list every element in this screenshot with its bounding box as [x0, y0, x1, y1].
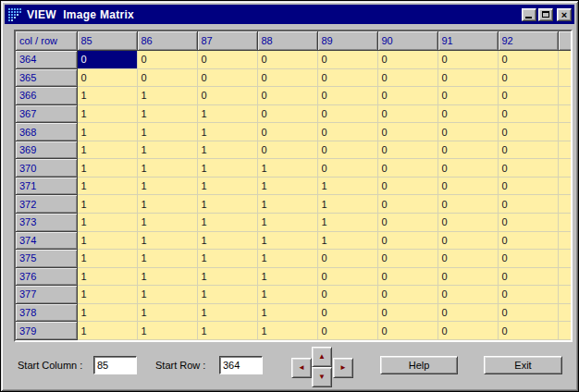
matrix-cell[interactable]: 1 [137, 214, 197, 232]
matrix-cell[interactable]: 1 [197, 286, 257, 304]
matrix-cell[interactable]: 0 [437, 68, 498, 87]
matrix-cell[interactable]: 1 [77, 123, 137, 141]
matrix-cell[interactable]: 1 [197, 104, 257, 123]
matrix-cell[interactable]: 1 [137, 231, 197, 250]
matrix-cell[interactable]: 1 [137, 195, 197, 214]
matrix-cell[interactable]: 1 [137, 177, 197, 195]
matrix-cell[interactable]: 1 [137, 87, 197, 105]
matrix-cell[interactable]: 0 [377, 214, 437, 232]
matrix-cell[interactable]: 1 [77, 303, 137, 322]
matrix-cell[interactable]: 0 [317, 123, 377, 141]
matrix-cell[interactable]: 1 [197, 231, 257, 250]
matrix-cell[interactable]: 0 [257, 87, 317, 105]
matrix-cell[interactable]: 1 [77, 177, 137, 195]
matrix-cell[interactable]: 0 [257, 68, 317, 87]
matrix-cell[interactable]: 0 [498, 195, 558, 214]
matrix-cell[interactable]: 1 [197, 250, 257, 268]
close-button[interactable]: × [557, 8, 572, 21]
matrix-cell[interactable]: 1 [77, 87, 137, 105]
scroll-up-button[interactable]: ▲ [312, 347, 332, 367]
matrix-cell[interactable]: 0 [437, 104, 498, 123]
matrix-cell[interactable]: 0 [498, 303, 558, 322]
matrix-cell[interactable]: 1 [137, 159, 197, 178]
matrix-cell[interactable]: 0 [437, 123, 498, 141]
matrix-cell[interactable]: 0 [498, 141, 558, 159]
matrix-cell[interactable]: 0 [498, 87, 558, 105]
matrix-cell[interactable]: 1 [317, 231, 377, 250]
matrix-cell[interactable]: 0 [317, 51, 377, 69]
matrix-cell[interactable]: 0 [317, 286, 377, 304]
matrix-cell[interactable]: 1 [77, 141, 137, 159]
matrix-cell[interactable]: 0 [377, 195, 437, 214]
matrix-cell[interactable]: 0 [498, 322, 558, 340]
matrix-cell[interactable]: 1 [257, 177, 317, 195]
matrix-cell[interactable]: 1 [257, 267, 317, 286]
matrix-cell[interactable]: 0 [437, 286, 498, 304]
matrix-cell[interactable]: 1 [197, 214, 257, 232]
matrix-cell[interactable]: 0 [317, 87, 377, 105]
matrix-cell[interactable]: 0 [137, 68, 197, 87]
matrix-cell[interactable]: 1 [197, 177, 257, 195]
matrix-cell[interactable]: 1 [197, 267, 257, 286]
matrix-cell[interactable]: 1 [197, 195, 257, 214]
matrix-cell[interactable]: 1 [197, 322, 257, 340]
matrix-cell[interactable]: 0 [377, 322, 437, 340]
matrix-cell[interactable]: 0 [498, 68, 558, 87]
scroll-left-button[interactable]: ◄ [291, 358, 312, 378]
matrix-cell[interactable]: 0 [437, 250, 498, 268]
matrix-cell[interactable]: 0 [377, 51, 437, 69]
matrix-cell[interactable]: 0 [377, 141, 437, 159]
matrix-cell[interactable]: 0 [377, 104, 437, 123]
matrix-cell[interactable]: 0 [498, 177, 558, 195]
minimize-button[interactable] [522, 8, 536, 21]
maximize-button[interactable] [538, 8, 553, 21]
matrix-cell[interactable]: 0 [377, 303, 437, 322]
matrix-cell[interactable]: 0 [377, 123, 437, 141]
matrix-cell[interactable]: 1 [197, 141, 257, 159]
matrix-cell[interactable]: 0 [197, 51, 257, 69]
matrix-cell[interactable]: 0 [498, 231, 558, 250]
matrix-cell[interactable]: 0 [317, 250, 377, 268]
matrix-cell[interactable]: 0 [437, 177, 498, 195]
matrix-cell[interactable]: 1 [257, 322, 317, 340]
matrix-cell[interactable]: 1 [197, 303, 257, 322]
matrix-cell[interactable]: 0 [377, 87, 437, 105]
matrix-cell[interactable]: 1 [137, 250, 197, 268]
scroll-right-button[interactable]: ► [333, 358, 353, 378]
matrix-cell[interactable]: 0 [257, 123, 317, 141]
matrix-cell[interactable]: 1 [137, 322, 197, 340]
matrix-cell[interactable]: 0 [317, 104, 377, 123]
help-button[interactable]: Help [380, 356, 458, 374]
matrix-cell[interactable]: 0 [437, 267, 498, 286]
matrix-cell[interactable]: 0 [377, 231, 437, 250]
matrix-cell[interactable]: 0 [257, 51, 317, 69]
matrix-cell[interactable]: 0 [317, 68, 377, 87]
matrix-cell[interactable]: 1 [137, 104, 197, 123]
matrix-cell[interactable]: 1 [257, 286, 317, 304]
matrix-cell-selected[interactable]: 0 [77, 51, 137, 69]
matrix-cell[interactable]: 0 [437, 231, 498, 250]
matrix-cell[interactable]: 1 [137, 286, 197, 304]
matrix-cell[interactable]: 0 [377, 177, 437, 195]
matrix-cell[interactable]: 0 [377, 159, 437, 178]
matrix-cell[interactable]: 1 [77, 231, 137, 250]
matrix-cell[interactable]: 0 [437, 87, 498, 105]
matrix-cell[interactable]: 0 [498, 286, 558, 304]
matrix-cell[interactable]: 0 [257, 104, 317, 123]
matrix-cell[interactable]: 1 [77, 250, 137, 268]
matrix-cell[interactable]: 0 [257, 141, 317, 159]
matrix-cell[interactable]: 1 [137, 141, 197, 159]
matrix-cell[interactable]: 0 [377, 267, 437, 286]
matrix-cell[interactable]: 1 [137, 123, 197, 141]
matrix-cell[interactable]: 1 [77, 286, 137, 304]
matrix-cell[interactable]: 0 [197, 68, 257, 87]
matrix-cell[interactable]: 0 [317, 159, 377, 178]
matrix-cell[interactable]: 0 [437, 51, 498, 69]
matrix-cell[interactable]: 1 [317, 214, 377, 232]
matrix-cell[interactable]: 0 [498, 51, 558, 69]
matrix-cell[interactable]: 0 [317, 267, 377, 286]
matrix-cell[interactable]: 0 [437, 214, 498, 232]
matrix-cell[interactable]: 1 [257, 231, 317, 250]
matrix-cell[interactable]: 1 [77, 159, 137, 178]
matrix-cell[interactable]: 1 [257, 303, 317, 322]
